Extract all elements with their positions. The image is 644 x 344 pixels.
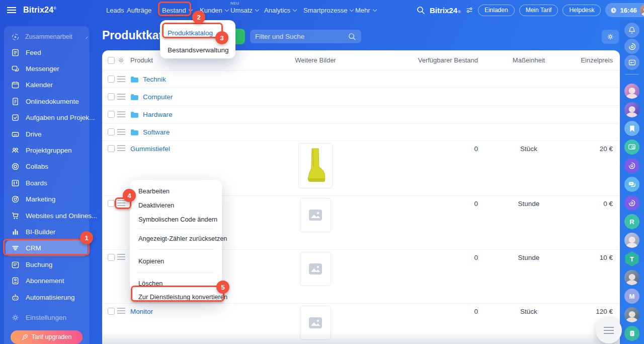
sidebar-item-projektgruppen[interactable]: Projektgruppen — [4, 142, 89, 158]
sidebar-item-websites[interactable]: Websites und Onlines... — [4, 208, 89, 224]
table-row-folder[interactable]: Hardware — [102, 106, 620, 123]
menu-item-kopieren[interactable]: Kopieren — [130, 256, 222, 266]
col-weitere-bilder[interactable]: Weitere Bilder — [263, 56, 368, 64]
menu-item-zaehler-zuruecksetzen[interactable]: Angezeigt-Zähler zurücksetzen — [130, 233, 222, 244]
sidebar-item-feed[interactable]: Feed — [4, 44, 89, 60]
chat-bubbles-icon[interactable] — [624, 177, 639, 192]
menu-item-loeschen[interactable]: Löschen — [130, 278, 222, 289]
hamburger-menu-icon[interactable] — [7, 7, 16, 13]
nav-umsatz[interactable]: NEUUmsatz — [230, 0, 259, 20]
row-checkbox[interactable] — [108, 111, 115, 118]
copilot-purple-icon[interactable] — [624, 158, 639, 173]
avatar-cat[interactable] — [624, 233, 639, 248]
sidebar-item-aufgaben[interactable]: Aufgaben und Projek... — [4, 110, 89, 126]
menu-item-symbolischen-code[interactable]: Symbolischen Code ändern — [130, 214, 222, 225]
menu-item-zur-dienstleistung-konvertieren[interactable]: Zur Dienstleistung konvertieren — [130, 292, 222, 302]
folder-link[interactable]: Software — [143, 128, 170, 136]
nav-smartprozesse[interactable]: Smartprozesse — [303, 0, 353, 20]
equalizer-icon[interactable] — [465, 6, 473, 14]
sidebar-item-abonnement[interactable]: Abonnement — [4, 272, 89, 289]
nav-leads[interactable]: Leads — [106, 0, 124, 20]
nav-auftraege[interactable]: Aufträge — [127, 0, 151, 20]
helpdesk-button[interactable]: Helpdesk — [562, 5, 601, 16]
sidebar-item-messenger[interactable]: Messenger — [4, 60, 89, 77]
avatar-photo-man-2[interactable] — [624, 307, 639, 322]
chat-history-icon[interactable] — [624, 55, 639, 70]
table-row-folder[interactable]: Computer — [102, 88, 620, 106]
notifications-bell-icon[interactable] — [624, 23, 639, 38]
copilot-icon[interactable] — [624, 39, 639, 54]
sidebar-item-kalender[interactable]: Kalender — [4, 77, 89, 93]
sidebar-item-marketing[interactable]: Marketing — [4, 191, 89, 208]
row-menu-icon[interactable] — [117, 111, 125, 117]
folder-link[interactable]: Hardware — [143, 111, 173, 118]
avatar-photo-man-1[interactable] — [624, 270, 639, 285]
screen-search-icon[interactable] — [624, 140, 639, 155]
avatar-letter-m[interactable]: M — [624, 289, 639, 304]
row-checkbox[interactable] — [108, 200, 115, 207]
copilot-purple-icon-2[interactable] — [624, 195, 639, 211]
sidebar-item-einstellungen[interactable]: Einstellungen — [4, 309, 89, 325]
search-input[interactable] — [255, 33, 348, 40]
sidebar-item-bi-builder[interactable]: BI-Builder — [4, 224, 89, 240]
sidebar-item-drive[interactable]: Drive — [4, 126, 89, 142]
folder-link[interactable]: Computer — [143, 93, 173, 101]
sidebar-item-buchung[interactable]: Buchung — [4, 256, 89, 272]
row-checkbox[interactable] — [108, 128, 115, 135]
row-checkbox[interactable] — [108, 76, 115, 83]
row-checkbox[interactable] — [108, 145, 115, 152]
avatar-letter-t-hexagon[interactable]: T — [624, 251, 639, 266]
sidebar-item-collabs[interactable]: Collabs — [4, 159, 89, 175]
column-settings-gear-icon[interactable] — [117, 56, 125, 64]
row-checkbox[interactable] — [108, 254, 115, 261]
product-image-boot[interactable] — [298, 143, 333, 188]
avatar-illustration-2[interactable] — [624, 102, 639, 117]
user-avatar[interactable] — [640, 4, 644, 16]
nav-bestand[interactable]: Bestand — [162, 0, 192, 20]
row-menu-icon[interactable] — [117, 308, 125, 314]
select-all-checkbox[interactable] — [108, 57, 115, 64]
col-masseinheit[interactable]: Maßeinheit — [478, 56, 580, 64]
col-verfuegbarer-bestand[interactable]: Verfügbarer Bestand — [368, 56, 478, 64]
row-checkbox[interactable] — [108, 93, 115, 100]
col-einzelpreis[interactable]: Einzelpreis — [580, 56, 620, 64]
menu-item-bearbeiten[interactable]: Bearbeiten — [130, 186, 222, 196]
row-menu-icon[interactable] — [117, 76, 125, 82]
table-row-product[interactable]: Monitor 0 Stück 120 € — [102, 304, 620, 344]
einladen-button[interactable]: Einladen — [478, 5, 515, 16]
product-image-placeholder[interactable] — [300, 198, 331, 232]
nav-analytics[interactable]: Analytics — [264, 0, 296, 20]
mein-tarif-button[interactable]: Mein Tarif — [519, 5, 558, 16]
product-link[interactable]: Gummistiefel — [130, 145, 170, 153]
menu-item-deaktivieren[interactable]: Deaktivieren — [130, 200, 222, 211]
table-row-folder[interactable]: Technik — [102, 71, 620, 88]
sidebar-item-boards[interactable]: Boards — [4, 175, 89, 191]
sidebar-section-zusammenarbeit[interactable]: Zusammenarbeit — [4, 29, 89, 44]
product-image-placeholder[interactable] — [300, 306, 331, 340]
row-menu-icon[interactable] — [117, 145, 125, 151]
upgrade-plan-button[interactable]: Tarif upgraden — [11, 330, 83, 344]
sidebar-item-crm[interactable]: CRM — [6, 240, 88, 256]
grid-settings-button[interactable] — [602, 30, 619, 44]
table-row-folder[interactable]: Software — [102, 123, 620, 141]
row-menu-icon[interactable] — [117, 129, 125, 135]
dropdown-item-bestandsverwaltung[interactable]: Bestandsverwaltung — [160, 43, 235, 56]
nav-mehr[interactable]: Mehr — [355, 0, 376, 20]
bookmark-icon[interactable] — [624, 121, 639, 136]
row-menu-icon[interactable] — [117, 200, 125, 206]
row-menu-icon[interactable] — [117, 94, 125, 100]
row-menu-icon[interactable] — [117, 254, 125, 260]
search-icon[interactable] — [417, 6, 425, 15]
avatar-illustration-1[interactable] — [624, 84, 639, 99]
document-teal-icon[interactable] — [624, 326, 639, 341]
product-link[interactable]: Monitor — [130, 308, 153, 315]
sidebar-item-automatisierung[interactable]: Automatisierung — [4, 289, 89, 305]
quick-menu-button[interactable] — [596, 317, 622, 343]
filter-search-box[interactable] — [250, 30, 361, 43]
folder-link[interactable]: Technik — [143, 76, 166, 83]
row-checkbox[interactable] — [108, 308, 115, 315]
app-logo[interactable]: Bitrix24® — [23, 6, 56, 15]
work-timer[interactable]: 16:46 — [605, 3, 644, 17]
product-image-placeholder[interactable] — [300, 252, 331, 286]
sidebar-item-onlinedokumente[interactable]: Onlinedokumente — [4, 93, 89, 109]
